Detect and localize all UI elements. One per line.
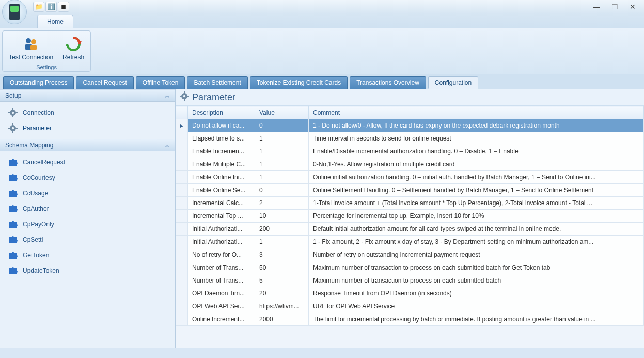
cell-value[interactable]: 2000 bbox=[255, 313, 309, 326]
table-row[interactable]: Online Increment...2000The limit for inc… bbox=[176, 313, 644, 326]
svg-point-1 bbox=[31, 39, 36, 44]
chevron-up-icon: ︽ bbox=[165, 92, 170, 99]
svg-rect-15 bbox=[12, 131, 13, 133]
table-row[interactable]: Enable Online Ini...1Online initial auth… bbox=[176, 171, 644, 184]
svg-point-0 bbox=[26, 38, 31, 43]
cell-comment: Response Timeout from OPI Daemon (in sec… bbox=[309, 287, 644, 300]
content-title-text: Parameter bbox=[192, 92, 235, 103]
cell-comment: URL for OPI Web API Service bbox=[309, 300, 644, 313]
cell-value[interactable]: 1 bbox=[255, 236, 309, 248]
tab-offline-token[interactable]: Offline Token bbox=[136, 76, 185, 89]
svg-rect-22 bbox=[180, 96, 182, 97]
row-indicator bbox=[176, 248, 188, 261]
table-row[interactable]: Enable Online Se...0Online Settlement Ha… bbox=[176, 184, 644, 197]
cell-value[interactable]: 20 bbox=[255, 287, 309, 300]
table-row[interactable]: ▸Do not allow if ca...01 - Do not allow/… bbox=[176, 119, 644, 132]
minimize-icon[interactable]: — bbox=[593, 3, 600, 11]
qat-icon-3[interactable]: ≣ bbox=[58, 2, 69, 12]
people-icon bbox=[22, 35, 40, 53]
schema-panel-header[interactable]: Schema Mapping ︽ bbox=[0, 139, 175, 151]
chevron-up-icon: ︽ bbox=[165, 142, 170, 149]
tab-transactions-overview[interactable]: Transactions Overview bbox=[350, 76, 426, 89]
app-icon[interactable] bbox=[2, 0, 27, 24]
table-row[interactable]: Initial Authorizati...11 - Fix amount, 2… bbox=[176, 236, 644, 248]
parameter-table[interactable]: Description Value Comment ▸Do not allow … bbox=[176, 106, 644, 326]
cell-value[interactable]: 1 bbox=[255, 171, 309, 184]
puzzle-icon bbox=[8, 251, 18, 260]
sidebar-item-cpsettl[interactable]: CpSettl bbox=[2, 232, 173, 247]
col-comment[interactable]: Comment bbox=[309, 106, 644, 119]
table-row[interactable]: Enable Incremen...1Enable/Disable increm… bbox=[176, 145, 644, 158]
cell-comment: 1 - Fix amount, 2 - Fix amount x day of … bbox=[309, 236, 644, 248]
cell-value[interactable]: 1 bbox=[255, 132, 309, 145]
svg-rect-14 bbox=[12, 123, 13, 126]
cell-value[interactable]: 50 bbox=[255, 261, 309, 274]
content-title: Parameter bbox=[176, 89, 644, 106]
table-row[interactable]: OPI Web API Ser...https://wfivm...URL fo… bbox=[176, 300, 644, 313]
qat-icon-1[interactable]: 📁 bbox=[33, 2, 44, 12]
table-row[interactable]: Enable Multiple C...10-No,1-Yes. Allow r… bbox=[176, 158, 644, 171]
tab-batch-settlement[interactable]: Batch Settlement bbox=[187, 76, 247, 89]
table-row[interactable]: OPI Daemon Tim...20Response Timeout from… bbox=[176, 287, 644, 300]
svg-rect-8 bbox=[12, 108, 13, 110]
main-tabstrip: Outstanding ProcessCancel RequestOffline… bbox=[0, 74, 644, 89]
cell-comment: Percentage for incremental top up. Examp… bbox=[309, 210, 644, 223]
tab-cancel-request[interactable]: Cancel Request bbox=[76, 76, 133, 89]
sidebar-item-gettoken[interactable]: GetToken bbox=[2, 247, 173, 263]
sidebar-item-cancelrequest[interactable]: CancelRequest bbox=[2, 154, 173, 170]
sidebar-item-cppayonly[interactable]: CpPayOnly bbox=[2, 216, 173, 232]
row-indicator bbox=[176, 300, 188, 313]
svg-marker-4 bbox=[77, 41, 82, 44]
cell-description: OPI Web API Ser... bbox=[188, 300, 255, 313]
cell-value[interactable]: 200 bbox=[255, 223, 309, 236]
row-indicator bbox=[176, 171, 188, 184]
table-row[interactable]: Incremental Top ...10Percentage for incr… bbox=[176, 210, 644, 223]
qat-icon-2[interactable]: ℹ️ bbox=[45, 2, 57, 12]
col-description[interactable]: Description bbox=[188, 106, 255, 119]
test-connection-button[interactable]: Test Connection bbox=[6, 33, 56, 63]
table-row[interactable]: Number of Trans...5Maximum number of tra… bbox=[176, 274, 644, 287]
refresh-button[interactable]: Refresh bbox=[59, 33, 87, 63]
puzzle-icon bbox=[8, 235, 18, 244]
cell-value[interactable]: 0 bbox=[255, 184, 309, 197]
tab-outstanding-process[interactable]: Outstanding Process bbox=[3, 76, 74, 89]
maximize-icon[interactable]: ☐ bbox=[611, 3, 618, 11]
sidebar-item-cpauthor[interactable]: CpAuthor bbox=[2, 201, 173, 216]
cell-description: Enable Multiple C... bbox=[188, 158, 255, 171]
close-icon[interactable]: ✕ bbox=[630, 3, 636, 11]
table-row[interactable]: Initial Authorizati...200Default initial… bbox=[176, 223, 644, 236]
sidebar-item-connection[interactable]: Connection bbox=[2, 105, 173, 120]
schema-header-label: Schema Mapping bbox=[5, 142, 53, 149]
cell-description: Incremental Top ... bbox=[188, 210, 255, 223]
sidebar-item-ccusage[interactable]: CcUsage bbox=[2, 185, 173, 201]
tab-tokenize-existing-credit-cards[interactable]: Tokenize Existing Credit Cards bbox=[250, 76, 348, 89]
setup-panel-header[interactable]: Setup ︽ bbox=[0, 89, 175, 102]
cell-value[interactable]: 2 bbox=[255, 197, 309, 210]
cell-value[interactable]: 1 bbox=[255, 145, 309, 158]
cell-value[interactable]: 3 bbox=[255, 248, 309, 261]
cell-value[interactable]: https://wfivm... bbox=[255, 300, 309, 313]
table-row[interactable]: Incremental Calc...21-Total invoice amou… bbox=[176, 197, 644, 210]
sidebar-item-cccourtesy[interactable]: CcCourtesy bbox=[2, 170, 173, 185]
ribbon-tab-home[interactable]: Home bbox=[37, 15, 73, 28]
svg-point-7 bbox=[12, 112, 14, 114]
table-row[interactable]: No of retry for O...3Number of retry on … bbox=[176, 248, 644, 261]
test-connection-label: Test Connection bbox=[9, 54, 53, 61]
cell-value[interactable]: 0 bbox=[255, 119, 309, 132]
cell-comment: Online Settlement Handling. 0 – Settleme… bbox=[309, 184, 644, 197]
table-row[interactable]: Number of Trans...50Maximum number of tr… bbox=[176, 261, 644, 274]
cell-description: Initial Authorizati... bbox=[188, 223, 255, 236]
tab-configuration[interactable]: Configuration bbox=[428, 76, 478, 89]
cell-value[interactable]: 1 bbox=[255, 158, 309, 171]
cell-comment: Online initial authorization handling. 0… bbox=[309, 171, 644, 184]
cell-value[interactable]: 5 bbox=[255, 274, 309, 287]
sidebar-item-updatetoken[interactable]: UpdateToken bbox=[2, 263, 173, 278]
sidebar-item-label: UpdateToken bbox=[23, 267, 59, 274]
sidebar-item-parameter[interactable]: Parameter bbox=[2, 120, 173, 136]
table-row[interactable]: Elapsed time to s...1Time interval in se… bbox=[176, 132, 644, 145]
cell-value[interactable]: 10 bbox=[255, 210, 309, 223]
row-indicator bbox=[176, 223, 188, 236]
cell-description: Number of Trans... bbox=[188, 261, 255, 274]
svg-rect-23 bbox=[187, 96, 189, 97]
col-value[interactable]: Value bbox=[255, 106, 309, 119]
